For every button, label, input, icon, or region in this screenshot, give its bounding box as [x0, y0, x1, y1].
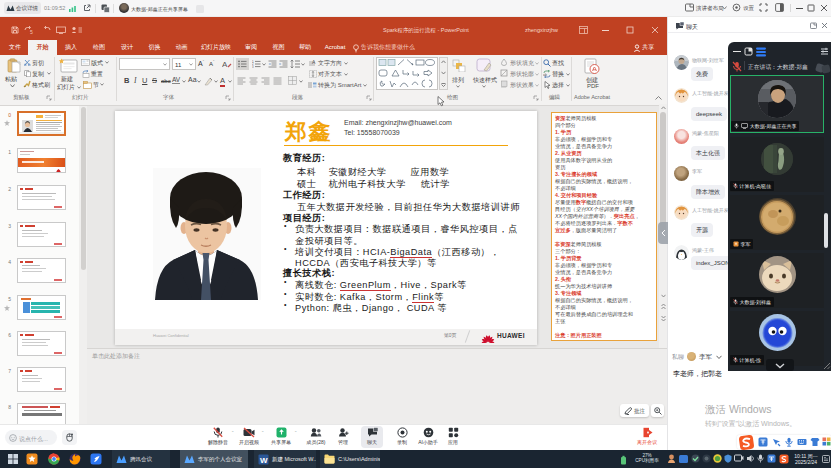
svg-text:5: 5: [30, 29, 33, 35]
svg-text:3: 3: [252, 65, 254, 68]
svg-text:W: W: [260, 455, 268, 464]
svg-text:A: A: [312, 59, 316, 65]
svg-text:ab: ab: [543, 73, 547, 77]
svg-text:A: A: [222, 60, 228, 69]
